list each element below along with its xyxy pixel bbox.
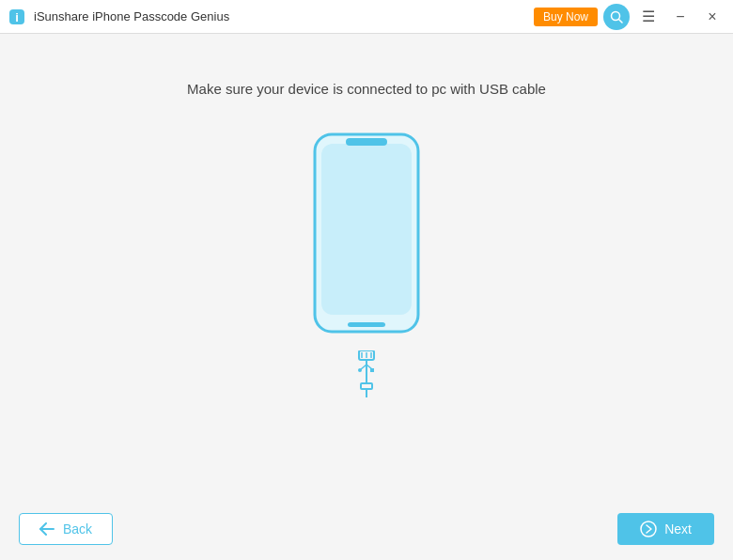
svg-rect-17 (361, 383, 372, 389)
svg-rect-16 (370, 368, 374, 372)
svg-line-3 (619, 19, 623, 23)
next-arrow-icon (640, 521, 657, 537)
search-button[interactable] (603, 4, 630, 30)
back-arrow-icon (39, 522, 55, 536)
svg-point-20 (641, 521, 656, 537)
instruction-text: Make sure your device is connected to pc… (187, 81, 546, 97)
menu-button[interactable]: ☰ (635, 4, 662, 30)
phone-illustration (301, 125, 432, 397)
app-title: iSunshare iPhone Passcode Genius (34, 9, 534, 23)
svg-point-15 (358, 368, 362, 372)
usb-icon (350, 350, 383, 397)
close-icon: × (708, 8, 716, 25)
svg-rect-6 (346, 138, 387, 146)
back-button[interactable]: Back (19, 513, 113, 545)
svg-text:i: i (15, 10, 19, 24)
svg-rect-7 (348, 322, 385, 327)
minimize-icon: − (676, 8, 684, 25)
search-icon (610, 10, 623, 23)
hamburger-icon: ☰ (642, 8, 655, 25)
close-button[interactable]: × (699, 4, 725, 30)
svg-rect-5 (321, 144, 412, 315)
phone-svg (301, 125, 432, 350)
app-logo: i (8, 8, 26, 26)
next-button[interactable]: Next (617, 513, 714, 545)
buy-now-button[interactable]: Buy Now (534, 8, 598, 26)
bottom-bar: Back Next (0, 498, 733, 560)
minimize-button[interactable]: − (667, 4, 694, 30)
main-content: Make sure your device is connected to pc… (0, 34, 733, 560)
title-bar: i iSunshare iPhone Passcode Genius Buy N… (0, 0, 733, 34)
title-bar-actions: Buy Now ☰ − × (534, 4, 725, 30)
